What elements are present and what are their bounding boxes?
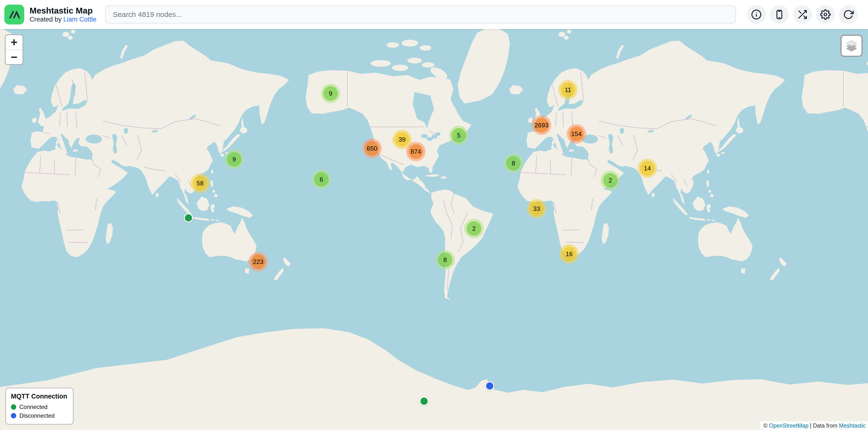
cluster-count: 5 <box>452 128 466 143</box>
device-icon <box>774 9 785 20</box>
cluster-marker[interactable]: 223 <box>248 252 268 271</box>
cluster-count: 874 <box>409 144 423 159</box>
node-marker-connected[interactable] <box>420 397 429 406</box>
cluster-marker[interactable]: 874 <box>406 142 426 161</box>
meshtastic-logo-icon <box>4 5 24 25</box>
cluster-marker[interactable]: 8 <box>504 154 523 173</box>
cluster-count: 8 <box>506 156 521 170</box>
layers-icon <box>845 39 858 52</box>
title-block: Meshtastic Map Created by Liam Cottle <box>30 6 96 23</box>
zoom-control: + − <box>5 34 23 65</box>
cluster-marker[interactable]: 5 <box>449 126 468 145</box>
zoom-out-button[interactable]: − <box>6 49 23 64</box>
cluster-count: 2693 <box>534 118 549 132</box>
osm-link[interactable]: OpenStreetMap <box>769 423 808 429</box>
cluster-marker[interactable]: 6 <box>312 170 331 189</box>
cluster-count: 2 <box>467 221 481 236</box>
cluster-marker[interactable]: 11 <box>558 80 578 100</box>
cluster-marker[interactable]: 58 <box>190 174 210 193</box>
cluster-count: 223 <box>251 255 266 269</box>
info-icon <box>751 9 762 20</box>
app-header: Meshtastic Map Created by Liam Cottle <box>0 0 868 29</box>
meshtastic-link[interactable]: Meshtastic <box>839 423 866 429</box>
map-attribution: © OpenStreetMap | Data from Meshtastic <box>760 421 868 430</box>
cluster-count: 8 <box>438 253 453 267</box>
cluster-marker[interactable]: 14 <box>638 159 657 178</box>
info-button[interactable] <box>747 5 766 24</box>
cluster-marker[interactable]: 8 <box>435 250 455 269</box>
author-link[interactable]: Liam Cottle <box>63 16 97 23</box>
legend-title: MQTT Connection <box>11 393 67 400</box>
cluster-count: 9 <box>323 86 338 101</box>
cluster-count: 11 <box>561 82 575 97</box>
cluster-count: 9 <box>227 152 242 167</box>
refresh-button[interactable] <box>839 5 858 24</box>
node-marker-disconnected[interactable] <box>485 381 494 391</box>
shuffle-button[interactable] <box>793 5 812 24</box>
cluster-marker[interactable]: 9 <box>224 150 244 169</box>
cluster-marker[interactable]: 154 <box>567 124 586 143</box>
cluster-count: 650 <box>365 141 379 156</box>
search-input[interactable] <box>105 6 736 24</box>
map-canvas[interactable] <box>0 0 868 430</box>
cluster-marker[interactable]: 16 <box>559 244 579 264</box>
layers-button[interactable] <box>840 35 863 57</box>
cluster-marker[interactable]: 2693 <box>532 115 551 135</box>
cluster-marker[interactable]: 2 <box>464 219 484 238</box>
legend-item-disconnected: Disconnected <box>11 412 67 419</box>
cluster-count: 39 <box>395 132 409 147</box>
cluster-marker[interactable]: 650 <box>362 139 382 158</box>
cluster-count: 6 <box>314 172 329 187</box>
cluster-marker[interactable]: 9 <box>321 84 340 103</box>
cluster-count: 58 <box>193 176 207 191</box>
disconnected-dot-icon <box>11 413 16 418</box>
cluster-marker[interactable]: 2 <box>600 171 620 190</box>
settings-button[interactable] <box>816 5 835 24</box>
settings-icon <box>820 9 831 20</box>
cluster-count: 14 <box>640 161 655 175</box>
cluster-count: 154 <box>569 127 584 141</box>
refresh-icon <box>843 9 854 20</box>
mqtt-legend: MQTT Connection Connected Disconnected <box>5 388 73 425</box>
connected-dot-icon <box>11 404 16 410</box>
page-title: Meshtastic Map <box>30 6 96 15</box>
zoom-in-button[interactable]: + <box>6 35 23 49</box>
node-marker-connected[interactable] <box>184 213 193 223</box>
legend-item-connected: Connected <box>11 404 67 410</box>
byline: Created by Liam Cottle <box>30 16 96 24</box>
cluster-count: 33 <box>529 201 544 216</box>
device-button[interactable] <box>770 5 789 24</box>
cluster-count: 2 <box>603 173 618 188</box>
cluster-count: 16 <box>562 247 577 261</box>
cluster-marker[interactable]: 33 <box>527 199 547 219</box>
shuffle-icon <box>797 9 808 20</box>
